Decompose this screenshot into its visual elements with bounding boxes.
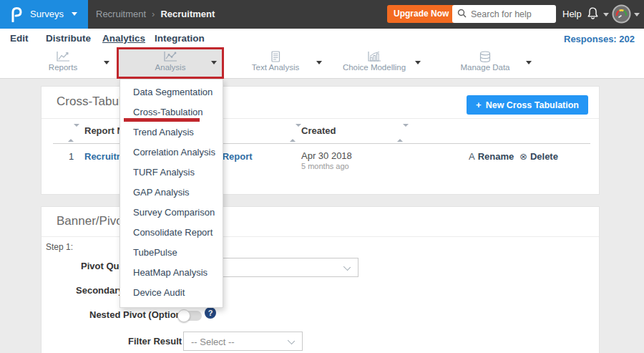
app-window: Surveys Recruitment›Recruitment Upgrade … — [0, 0, 644, 353]
manage-data-caret-icon[interactable] — [526, 61, 532, 64]
menu-item-gap-analysis[interactable]: GAP Analysis — [120, 183, 223, 203]
menu-item-trend-analysis[interactable]: Trend Analysis — [120, 122, 223, 142]
analysis-dropdown-menu: Data Segmentation Cross-Tabulation Trend… — [119, 79, 223, 308]
search-icon — [457, 8, 467, 21]
toolbar-item-text-analysis[interactable]: Text Analysis — [222, 48, 329, 79]
annotation-red-underline — [124, 118, 200, 122]
menu-item-correlation-analysis[interactable]: Correlation Analysis — [120, 142, 223, 163]
filter-result-select[interactable]: -- Select -- — [183, 332, 303, 351]
chevron-down-icon — [343, 263, 351, 271]
help-search-input[interactable] — [471, 9, 551, 19]
new-cross-tabulation-button[interactable]: +New Cross Tabulation — [467, 95, 588, 115]
responses-count-link[interactable]: Responses: 202 — [564, 34, 635, 44]
toolbar-label-reports: Reports — [9, 63, 117, 72]
plus-icon: + — [476, 100, 482, 110]
chevron-down-icon — [288, 337, 295, 344]
upgrade-now-button[interactable]: Upgrade Now — [387, 5, 455, 23]
toolbar-item-choice-modelling[interactable]: Choice Modelling — [321, 48, 428, 79]
brand-area[interactable]: Surveys — [0, 0, 88, 29]
filter-result-label: Filter Result — [128, 336, 182, 347]
analytics-toolbar: Reports Analysis Text Analysis Choice Mo… — [0, 48, 644, 79]
rename-label: Rename — [478, 151, 514, 162]
delete-button[interactable]: ⊗Delete — [519, 151, 558, 162]
survey-subnav: Edit Distribute Analytics Integration Re… — [0, 29, 644, 48]
tab-integration[interactable]: Integration — [155, 33, 205, 44]
sort-icon[interactable] — [397, 127, 403, 140]
toggle-knob — [177, 309, 190, 322]
analysis-chart-icon — [117, 51, 224, 64]
account-avatar[interactable] — [612, 4, 631, 24]
breadcrumb-parent[interactable]: Recruitment — [96, 9, 146, 19]
created-relative-time: 5 months ago — [301, 162, 349, 170]
bar-chart-icon — [321, 51, 428, 64]
delete-label: Delete — [530, 151, 558, 162]
new-cross-tabulation-label: New Cross Tabulation — [486, 100, 579, 110]
menu-item-device-audit[interactable]: Device Audit — [120, 283, 223, 303]
column-header-created[interactable]: Created — [301, 125, 336, 136]
sort-icon[interactable] — [68, 127, 74, 140]
notifications-bell-icon[interactable] — [585, 6, 600, 24]
menu-item-tubepulse[interactable]: TubePulse — [120, 243, 223, 263]
created-date: Apr 30 2018 — [301, 150, 352, 161]
tab-distribute[interactable]: Distribute — [46, 33, 91, 44]
tab-edit[interactable]: Edit — [10, 33, 29, 44]
menu-item-heatmap-analysis[interactable]: HeatMap Analysis — [120, 263, 223, 283]
menu-item-consolidate-report[interactable]: Consolidate Report — [120, 223, 223, 243]
tab-analytics[interactable]: Analytics — [102, 33, 145, 44]
product-switcher-label[interactable]: Surveys — [30, 9, 64, 19]
delete-circle-x-icon: ⊗ — [519, 151, 527, 162]
toolbar-item-manage-data[interactable]: Manage Data — [431, 48, 539, 79]
product-caret-icon[interactable] — [72, 12, 77, 16]
question-help-icon[interactable]: ? — [205, 307, 216, 319]
notifications-caret-icon[interactable] — [603, 13, 609, 16]
menu-item-survey-comparison[interactable]: Survey Comparison — [120, 203, 223, 223]
nested-pivot-toggle[interactable] — [179, 311, 202, 321]
filter-result-value: -- Select -- — [191, 337, 235, 347]
rename-letter-icon: A — [469, 151, 475, 162]
step-label: Step 1: — [46, 242, 73, 252]
help-link[interactable]: Help — [562, 9, 582, 19]
text-report-icon — [222, 51, 329, 64]
questionpro-logo-icon — [10, 6, 23, 25]
database-icon — [431, 51, 539, 64]
toolbar-label-manage-data: Manage Data — [431, 63, 539, 72]
breadcrumb-separator-icon: › — [152, 9, 155, 19]
toolbar-label-choice-modelling: Choice Modelling — [321, 63, 428, 72]
rename-button[interactable]: ARename — [469, 151, 514, 162]
top-navbar: Surveys Recruitment›Recruitment Upgrade … — [0, 0, 644, 29]
breadcrumb-current: Recruitment — [160, 9, 215, 19]
toolbar-label-text-analysis: Text Analysis — [222, 63, 329, 72]
toolbar-item-reports[interactable]: Reports — [9, 48, 117, 79]
menu-item-turf-analysis[interactable]: TURF Analysis — [120, 163, 223, 183]
toolbar-label-analysis: Analysis — [117, 63, 224, 72]
menu-item-data-segmentation[interactable]: Data Segmentation — [120, 82, 223, 102]
reports-caret-icon[interactable] — [104, 61, 109, 64]
help-search-box[interactable] — [452, 5, 556, 23]
choice-modelling-caret-icon[interactable] — [415, 61, 421, 64]
line-chart-icon — [9, 51, 117, 64]
sort-icon[interactable] — [290, 127, 296, 140]
analysis-caret-icon[interactable] — [211, 61, 217, 64]
account-caret-icon[interactable] — [634, 13, 640, 16]
toolbar-item-analysis[interactable]: Analysis — [117, 48, 224, 79]
breadcrumb: Recruitment›Recruitment — [96, 9, 215, 19]
row-number: 1 — [69, 151, 74, 162]
